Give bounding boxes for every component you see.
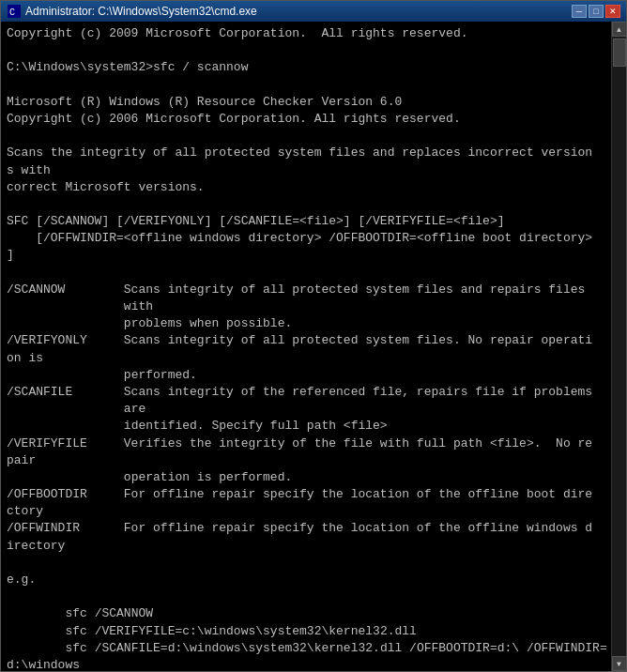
- cmd-window: C Administrator: C:\Windows\System32\cmd…: [0, 0, 627, 672]
- svg-text:C: C: [9, 8, 15, 18]
- scrollbar-track[interactable]: [612, 37, 627, 656]
- scrollbar: ▲ ▼: [611, 22, 626, 671]
- window-title: Administrator: C:\Windows\System32\cmd.e…: [25, 5, 572, 18]
- scrollbar-thumb[interactable]: [613, 38, 626, 67]
- title-bar: C Administrator: C:\Windows\System32\cmd…: [1, 1, 626, 22]
- maximize-button[interactable]: □: [589, 5, 604, 18]
- minimize-button[interactable]: ─: [572, 5, 587, 18]
- close-button[interactable]: ✕: [605, 5, 620, 18]
- terminal-body: Copyright (c) 2009 Microsoft Corporation…: [1, 22, 626, 671]
- cmd-icon: C: [7, 4, 22, 19]
- window-controls: ─ □ ✕: [572, 5, 620, 18]
- terminal-output[interactable]: Copyright (c) 2009 Microsoft Corporation…: [1, 22, 611, 671]
- scroll-up-button[interactable]: ▲: [612, 22, 627, 37]
- scroll-down-button[interactable]: ▼: [612, 656, 627, 671]
